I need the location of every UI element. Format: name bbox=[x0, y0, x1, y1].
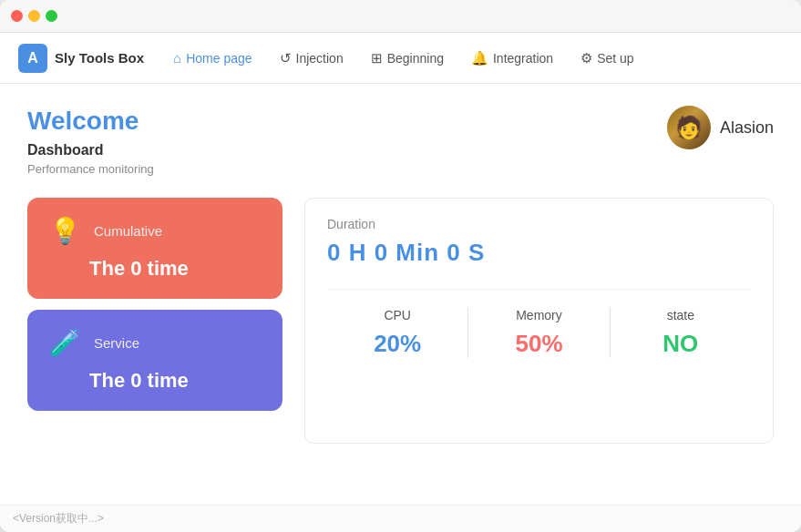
service-card: 🧪 Service The 0 time bbox=[27, 310, 282, 411]
nav-items: ⌂ Home page ↺ Injection ⊞ Beginning 🔔 In… bbox=[162, 46, 783, 71]
welcome-left: Welcome Dashboard Performance monitoring bbox=[27, 106, 154, 176]
avatar-image: 🧑 bbox=[667, 106, 711, 149]
beginning-icon: ⊞ bbox=[371, 51, 383, 65]
state-value: NO bbox=[662, 330, 698, 358]
cpu-value: 20% bbox=[374, 330, 421, 358]
app-logo: A Sly Tools Box bbox=[18, 44, 144, 73]
service-value: The 0 time bbox=[49, 369, 261, 393]
cumulative-value: The 0 time bbox=[49, 257, 261, 281]
home-icon: ⌂ bbox=[173, 51, 181, 65]
service-title: Service bbox=[94, 335, 139, 351]
metric-state: state NO bbox=[610, 308, 751, 358]
cards-left: 💡 Cumulative The 0 time 🧪 Service The 0 … bbox=[27, 198, 282, 411]
nav-item-home[interactable]: ⌂ Home page bbox=[162, 46, 262, 71]
setup-icon: ⚙ bbox=[580, 51, 592, 65]
avatar: 🧑 bbox=[667, 106, 711, 149]
service-card-header: 🧪 Service bbox=[49, 328, 261, 358]
maximize-button[interactable] bbox=[46, 10, 57, 22]
cumulative-card-header: 💡 Cumulative bbox=[49, 216, 261, 246]
memory-label: Memory bbox=[516, 308, 562, 322]
logo-icon: A bbox=[18, 44, 47, 73]
metric-cpu: CPU 20% bbox=[327, 308, 467, 358]
welcome-header: Welcome Dashboard Performance monitoring… bbox=[27, 106, 774, 176]
user-profile: 🧑 Alasion bbox=[667, 106, 774, 149]
cards-row: 💡 Cumulative The 0 time 🧪 Service The 0 … bbox=[27, 198, 774, 444]
perf-label: Performance monitoring bbox=[27, 162, 154, 176]
version-bar: <Version获取中...> bbox=[0, 505, 801, 532]
app-name: Sly Tools Box bbox=[55, 50, 144, 66]
minimize-button[interactable] bbox=[28, 10, 40, 22]
state-label: state bbox=[667, 308, 694, 322]
injection-icon: ↺ bbox=[280, 51, 292, 65]
nav-item-injection[interactable]: ↺ Injection bbox=[269, 46, 354, 71]
version-text: <Version获取中...> bbox=[13, 512, 104, 525]
cumulative-card: 💡 Cumulative The 0 time bbox=[27, 198, 282, 299]
main-content: Welcome Dashboard Performance monitoring… bbox=[0, 84, 801, 505]
service-icon: 🧪 bbox=[49, 328, 81, 358]
cpu-label: CPU bbox=[384, 308, 411, 322]
dashboard-label: Dashboard bbox=[27, 142, 154, 159]
nav-item-setup[interactable]: ⚙ Set up bbox=[570, 46, 644, 71]
integration-icon: 🔔 bbox=[471, 51, 488, 65]
cumulative-icon: 💡 bbox=[49, 216, 81, 246]
metric-memory: Memory 50% bbox=[467, 308, 609, 358]
navbar: A Sly Tools Box ⌂ Home page ↺ Injection … bbox=[0, 33, 801, 84]
title-bar bbox=[0, 0, 801, 33]
user-name: Alasion bbox=[720, 118, 774, 138]
memory-value: 50% bbox=[515, 330, 562, 358]
main-window: A Sly Tools Box ⌂ Home page ↺ Injection … bbox=[0, 0, 801, 532]
close-button[interactable] bbox=[11, 10, 23, 22]
nav-item-beginning[interactable]: ⊞ Beginning bbox=[360, 46, 455, 71]
welcome-title: Welcome bbox=[27, 106, 154, 137]
duration-panel: Duration 0 H 0 Min 0 S CPU 20% Memory 50… bbox=[304, 198, 774, 444]
cumulative-title: Cumulative bbox=[94, 223, 162, 239]
metrics-row: CPU 20% Memory 50% state NO bbox=[327, 289, 751, 358]
window-controls bbox=[11, 10, 57, 22]
duration-value: 0 H 0 Min 0 S bbox=[327, 239, 751, 267]
nav-item-integration[interactable]: 🔔 Integration bbox=[460, 46, 564, 71]
duration-label: Duration bbox=[327, 217, 751, 231]
